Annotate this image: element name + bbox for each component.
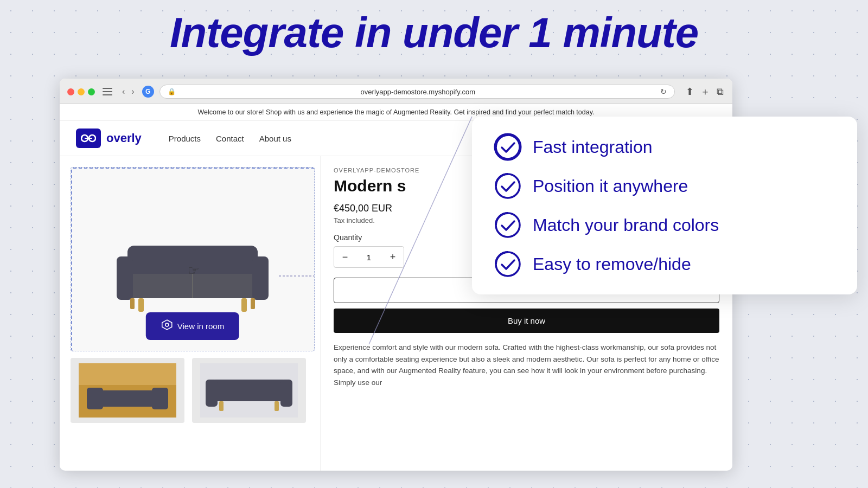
store-logo[interactable]: overly [76, 129, 142, 148]
quantity-decrease[interactable]: − [334, 247, 356, 267]
product-thumb-2[interactable] [192, 358, 306, 423]
maximize-button[interactable] [88, 88, 95, 95]
svg-point-14 [165, 323, 169, 326]
svg-rect-20 [152, 388, 168, 409]
browser-favicon: G [142, 86, 154, 98]
svg-rect-11 [130, 298, 135, 309]
feature-text-1: Fast integration [533, 137, 653, 157]
view-in-room-button[interactable]: View in room [146, 312, 239, 340]
svg-rect-12 [251, 298, 255, 309]
close-button[interactable] [67, 88, 74, 95]
svg-rect-19 [87, 388, 103, 409]
quantity-control[interactable]: − 1 + [334, 246, 404, 268]
check-icon-1 [494, 133, 522, 161]
product-thumb-1[interactable] [71, 358, 184, 423]
share-button[interactable]: ⬆ [685, 85, 695, 99]
svg-rect-26 [275, 401, 279, 411]
quantity-increase[interactable]: + [382, 247, 404, 267]
product-description: Experience comfort and style with our mo… [334, 342, 719, 388]
new-tab-button[interactable]: ＋ [699, 84, 711, 99]
nav-arrows: ‹ › [120, 86, 137, 98]
feature-2: Position it anywhere [494, 172, 835, 200]
browser-actions: ⬆ ＋ ⧉ [685, 84, 725, 99]
feature-3: Match your brand colors [494, 211, 835, 239]
svg-rect-23 [206, 380, 218, 407]
cursor-icon: ☞ [188, 263, 200, 278]
feature-text-2: Position it anywhere [533, 176, 688, 196]
minimize-button[interactable] [78, 88, 85, 95]
lock-icon: 🔒 [168, 88, 176, 95]
svg-rect-10 [241, 298, 247, 312]
address-bar[interactable]: 🔒 overlyapp-demostore.myshopify.com ↻ [159, 85, 675, 99]
ar-icon [161, 319, 173, 333]
store-nav-links: Products Contact About us [169, 134, 291, 143]
main-wrapper: Integrate in under 1 minute ‹ › G 🔒 over… [0, 0, 868, 488]
nav-about[interactable]: About us [259, 134, 291, 143]
logo-icon [76, 129, 101, 148]
svg-rect-24 [280, 380, 292, 407]
product-main-image: ☞ View in room [71, 167, 315, 351]
url-text: overlyapp-demostore.myshopify.com [179, 88, 657, 96]
feature-text-4: Easy to remove/hide [533, 254, 691, 274]
check-icon-4 [494, 250, 522, 278]
nav-products[interactable]: Products [169, 134, 201, 143]
traffic-lights [67, 88, 95, 95]
svg-marker-13 [162, 320, 172, 330]
check-icon-2 [494, 172, 522, 200]
feature-1: Fast integration [494, 133, 835, 161]
browser-chrome: ‹ › G 🔒 overlyapp-demostore.myshopify.co… [60, 79, 732, 104]
svg-rect-25 [219, 401, 224, 411]
main-headline: Integrate in under 1 minute [0, 0, 868, 64]
logo-text: overly [106, 131, 142, 145]
tabs-button[interactable]: ⧉ [716, 85, 725, 99]
sidebar-toggle-icon[interactable] [103, 88, 112, 95]
svg-rect-6 [117, 256, 133, 300]
svg-rect-7 [252, 256, 269, 300]
feature-4: Easy to remove/hide [494, 250, 835, 278]
check-icon-3 [494, 211, 522, 239]
nav-contact[interactable]: Contact [216, 134, 244, 143]
svg-rect-22 [211, 380, 287, 401]
product-image-section: ☞ View in room [60, 156, 320, 471]
feature-text-3: Match your brand colors [533, 215, 719, 235]
forward-button[interactable]: › [129, 86, 136, 98]
reload-icon[interactable]: ↻ [660, 87, 667, 96]
back-button[interactable]: ‹ [120, 86, 127, 98]
svg-rect-9 [138, 298, 144, 312]
product-thumbnails [71, 358, 309, 423]
quantity-value: 1 [356, 253, 382, 262]
buy-now-button[interactable]: Buy it now [334, 309, 719, 333]
features-panel: Fast integration Position it anywhere Ma… [472, 117, 857, 294]
view-in-room-label: View in room [177, 322, 224, 331]
